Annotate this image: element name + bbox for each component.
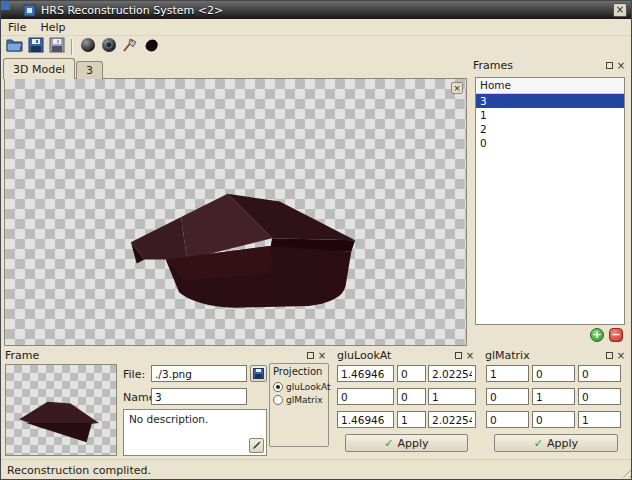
- frames-close-button[interactable]: ×: [615, 60, 627, 72]
- frames-list-item[interactable]: 0: [476, 136, 624, 150]
- save-floppy-icon: [28, 37, 44, 57]
- frame-panel: Frame × File: Name: No descripti: [1, 348, 332, 459]
- frames-list-item[interactable]: 1: [476, 108, 624, 122]
- window-close-button[interactable]: ×: [613, 3, 627, 17]
- toolbar: [1, 36, 632, 58]
- save-button[interactable]: [25, 37, 46, 58]
- glulookat-cell-1-2[interactable]: [428, 388, 476, 405]
- projection-group: Projection gluLookAt glMatrix: [269, 363, 329, 447]
- glmatrix-close-button[interactable]: ×: [615, 350, 627, 362]
- frames-float-button[interactable]: [603, 60, 615, 72]
- frames-list: Home 3 1 2 0: [475, 77, 625, 325]
- camera-button[interactable]: [98, 37, 119, 58]
- app-window: HRS Reconstruction System <2> × File Hel…: [0, 0, 632, 480]
- tab-3d-model[interactable]: 3D Model: [3, 58, 75, 79]
- floppy-icon: [253, 364, 264, 383]
- glmatrix-cell-2-2[interactable]: [578, 411, 621, 428]
- window-title: HRS Reconstruction System <2>: [41, 4, 223, 17]
- model-viewport[interactable]: ×: [4, 78, 467, 346]
- glulookat-float-button[interactable]: [452, 350, 464, 362]
- float-icon: [455, 352, 462, 359]
- glmatrix-panel-title: glMatrix: [485, 349, 603, 362]
- glmatrix-cell-2-1[interactable]: [532, 411, 575, 428]
- camera-lens-icon: [101, 37, 117, 57]
- frames-panel-title: Frames: [473, 59, 603, 72]
- app-icon: [23, 4, 36, 17]
- glmatrix-cell-0-1[interactable]: [532, 365, 575, 382]
- projection-title: Projection: [270, 364, 328, 379]
- tab-3[interactable]: 3: [76, 61, 103, 79]
- house-thumbnail-render: [14, 391, 106, 453]
- glulookat-cell-2-1[interactable]: [397, 411, 426, 428]
- name-input[interactable]: [151, 388, 247, 405]
- glmatrix-cell-1-0[interactable]: [486, 388, 529, 405]
- remove-frame-button[interactable]: −: [609, 328, 623, 342]
- glmatrix-cell-0-0[interactable]: [486, 365, 529, 382]
- file-label: File:: [123, 368, 145, 381]
- sphere-button[interactable]: [77, 37, 98, 58]
- projection-option-glmatrix[interactable]: glMatrix: [270, 392, 328, 405]
- file-save-button[interactable]: [250, 365, 267, 382]
- float-icon: [606, 352, 613, 359]
- menu-file[interactable]: File: [1, 20, 33, 35]
- apply-label: Apply: [547, 437, 578, 450]
- frames-list-item[interactable]: 2: [476, 122, 624, 136]
- status-text: Reconstruction complited.: [7, 464, 151, 477]
- viewport-close-button[interactable]: ×: [451, 82, 463, 94]
- open-folder-icon: [6, 37, 23, 57]
- menubar: File Help: [1, 19, 632, 36]
- apply-label: Apply: [398, 437, 429, 450]
- check-icon: ✓: [384, 437, 393, 450]
- check-icon: ✓: [534, 437, 543, 450]
- glmatrix-apply-button[interactable]: ✓ Apply: [494, 434, 618, 452]
- frames-panel-header: Frames ×: [469, 58, 631, 73]
- resize-grip[interactable]: [619, 466, 631, 478]
- float-icon: [307, 352, 314, 359]
- house-model-render: [127, 177, 359, 315]
- file-input[interactable]: [151, 365, 247, 382]
- frames-list-item[interactable]: 3: [476, 94, 624, 108]
- axe-button[interactable]: [119, 37, 140, 58]
- frames-actions: + −: [590, 328, 623, 342]
- projection-option-glulookat[interactable]: gluLookAt: [270, 379, 328, 392]
- glmatrix-cell-1-1[interactable]: [532, 388, 575, 405]
- frames-panel: Frames × Home 3 1 2 0 + −: [469, 58, 631, 346]
- glmatrix-float-button[interactable]: [603, 350, 615, 362]
- description-box[interactable]: No description.: [123, 409, 267, 456]
- float-icon: [606, 62, 613, 69]
- radio-selected-icon[interactable]: [273, 382, 283, 392]
- model-button[interactable]: [140, 37, 161, 58]
- glmatrix-panel-header: glMatrix ×: [481, 348, 631, 363]
- glulookat-cell-2-2[interactable]: [428, 411, 476, 428]
- glmatrix-cell-2-0[interactable]: [486, 411, 529, 428]
- glulookat-cell-0-0[interactable]: [337, 365, 394, 382]
- radio-unselected-icon[interactable]: [273, 395, 283, 405]
- glmatrix-cell-0-2[interactable]: [578, 365, 621, 382]
- frames-list-header: Home: [476, 78, 624, 94]
- open-button[interactable]: [4, 37, 25, 58]
- frame-panel-title: Frame: [5, 349, 304, 362]
- glulookat-cell-0-2[interactable]: [428, 365, 476, 382]
- menu-help[interactable]: Help: [33, 20, 72, 35]
- frame-close-button[interactable]: ×: [316, 350, 328, 362]
- save-as-button[interactable]: [46, 37, 67, 58]
- frame-float-button[interactable]: [304, 350, 316, 362]
- axe-tool-icon: [122, 37, 138, 57]
- glulookat-apply-button[interactable]: ✓ Apply: [345, 434, 468, 452]
- description-text: No description.: [129, 413, 208, 425]
- tabbar: 3D Model 3: [3, 58, 104, 79]
- edit-description-button[interactable]: [249, 438, 264, 453]
- radio-label: glMatrix: [286, 395, 323, 405]
- glulookat-cell-1-0[interactable]: [337, 388, 394, 405]
- glulookat-panel-title: gluLookAt: [337, 349, 452, 362]
- add-frame-button[interactable]: +: [590, 328, 604, 342]
- glulookat-cell-0-1[interactable]: [397, 365, 426, 382]
- glmatrix-cell-1-2[interactable]: [578, 388, 621, 405]
- titlebar-corner-decoration: [1, 1, 10, 10]
- glulookat-panel: gluLookAt × ✓ Apply: [333, 348, 480, 459]
- glulookat-cell-2-0[interactable]: [337, 411, 394, 428]
- toolbar-separator: [71, 39, 73, 55]
- glulookat-cell-1-1[interactable]: [397, 388, 426, 405]
- glulookat-close-button[interactable]: ×: [464, 350, 476, 362]
- radio-label: gluLookAt: [286, 382, 331, 392]
